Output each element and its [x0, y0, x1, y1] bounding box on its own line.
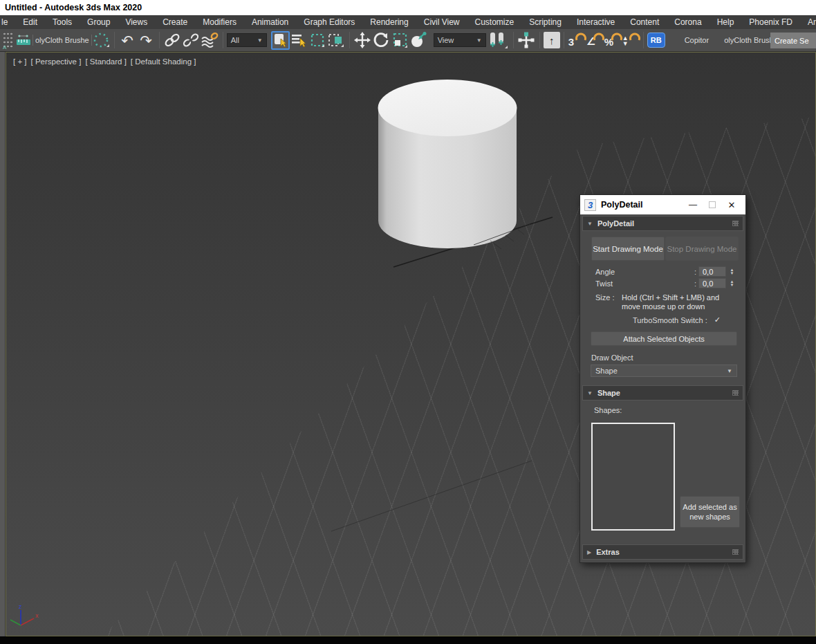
menu-item-interactive[interactable]: Interactive [569, 16, 622, 28]
menu-item-civil-view[interactable]: Civil View [416, 16, 467, 28]
window-titlebar: Untitled - Autodesk 3ds Max 2020 [0, 0, 816, 15]
menu-item-rendering[interactable]: Rendering [362, 16, 416, 28]
menu-item-arnold[interactable]: Arnold [800, 16, 816, 28]
toolbar-separator [564, 32, 564, 48]
menu-item-corona[interactable]: Corona [667, 16, 709, 28]
rollout-open-icon: ▼ [587, 221, 593, 227]
select-and-move-button[interactable] [353, 31, 372, 50]
viewport-menu-general[interactable]: [ + ] [13, 57, 27, 66]
select-and-scale-button[interactable] [391, 31, 409, 50]
twist-input[interactable]: 0,0 [698, 278, 726, 288]
polydetail-dialog-title: PolyDetail [601, 200, 683, 210]
viewport-menu-pov[interactable]: [ Perspective ] [31, 57, 82, 66]
start-drawing-mode-button[interactable]: Start Drawing Mode [591, 237, 665, 261]
measure-ruler-icon[interactable] [14, 31, 33, 50]
menu-item-content[interactable]: Content [622, 16, 667, 28]
attach-selected-objects-button[interactable]: Attach Selected Objects [591, 331, 737, 346]
selection-filter-dropdown[interactable]: All ▼ [227, 33, 267, 47]
stop-drawing-mode-button[interactable]: Stop Drawing Mode [665, 237, 739, 261]
dotted-circle-brush-icon[interactable] [92, 31, 111, 50]
menu-item-phoenix-fd[interactable]: Phoenix FD [741, 16, 800, 28]
angle-snap-toggle-button[interactable]: ∠ [586, 31, 604, 49]
undo-button[interactable]: ↶ [118, 31, 137, 50]
axis-x-label: x [35, 612, 39, 619]
toolbar-separator [513, 32, 514, 48]
rollout-header-shape[interactable]: ▼ Shape [582, 385, 743, 401]
reference-coordinate-system-dropdown[interactable]: View ▼ [434, 33, 486, 47]
dialog-close-button[interactable]: ✕ [722, 198, 741, 212]
menu-item-graph-editors[interactable]: Graph Editors [296, 16, 362, 28]
menu-item-animation[interactable]: Animation [244, 16, 296, 28]
use-pivot-point-center-button[interactable] [486, 31, 510, 50]
minimize-icon: — [689, 200, 697, 210]
copitor-button[interactable]: Copitor [682, 36, 712, 44]
spinner-snap-toggle-button[interactable]: ▲ ▼ [622, 31, 640, 49]
viewport-menu-style[interactable]: [ Standard ] [85, 57, 126, 66]
menu-item-tools[interactable]: Tools [45, 16, 80, 28]
rollout-menu-icon[interactable] [732, 549, 739, 555]
menu-item-group[interactable]: Group [80, 16, 118, 28]
window-title: Untitled - Autodesk 3ds Max 2020 [5, 3, 142, 12]
menu-item-file[interactable]: le [0, 16, 15, 28]
polydetail-dialog[interactable]: 3 PolyDetail — ✕ ▼ PolyDetail Start Draw… [579, 194, 746, 563]
magnet-icon [611, 31, 622, 41]
shapes-label: Shapes: [594, 406, 745, 414]
select-and-manipulate-button[interactable] [517, 31, 536, 50]
bottom-bar [0, 636, 816, 644]
dialog-maximize-button[interactable] [703, 198, 722, 212]
rectangular-selection-region-button[interactable] [308, 31, 327, 50]
create-selection-set-field[interactable]: Create Se [770, 33, 816, 48]
viewport-label: [ + ] [ Perspective ] [ Standard ] [ Def… [13, 57, 196, 66]
toolbar-grip[interactable]: A [3, 32, 12, 48]
rollout-header-extras[interactable]: ▶ Extras [582, 544, 743, 560]
main-toolbar: A olyCloth Brushe ↶ ↷ [0, 29, 816, 52]
menu-item-scripting[interactable]: Scripting [521, 16, 569, 28]
rollout-menu-icon[interactable] [732, 221, 739, 226]
dropdown-arrow-icon: ▼ [476, 37, 482, 44]
rollout-header-polydetail[interactable]: ▼ PolyDetail [582, 216, 743, 231]
left-dock-strip[interactable] [0, 52, 6, 636]
shapes-listbox[interactable] [591, 423, 675, 531]
unlink-selection-icon[interactable] [182, 31, 201, 50]
menu-item-help[interactable]: Help [710, 16, 742, 28]
spinner-down-icon: ▼ [728, 272, 736, 275]
twist-spinner[interactable]: ▲ ▼ [728, 280, 736, 287]
turbosmooth-row: TurboSmooth Switch : ✓ [580, 315, 721, 324]
menu-item-create[interactable]: Create [155, 16, 195, 28]
polydetail-dialog-titlebar[interactable]: 3 PolyDetail — ✕ [580, 195, 745, 214]
select-and-link-icon[interactable] [163, 31, 182, 50]
snap-toggle-3d-button[interactable]: 3 [568, 31, 586, 49]
menu-item-views[interactable]: Views [118, 16, 155, 28]
dropdown-arrow-icon: ▼ [257, 37, 263, 44]
size-label: Size : [595, 293, 622, 311]
polycloth-brushes-button-left[interactable]: olyCloth Brushe [33, 35, 92, 46]
menu-item-modifiers[interactable]: Modifiers [195, 16, 244, 28]
railclone-rb-button[interactable]: RB [647, 33, 665, 48]
dialog-minimize-button[interactable]: — [683, 198, 703, 212]
select-and-place-button[interactable] [409, 31, 428, 50]
keyboard-shortcut-override-toggle[interactable]: ↑ [544, 32, 560, 48]
window-crossing-toggle-button[interactable] [327, 31, 346, 50]
bind-to-space-warp-icon[interactable] [201, 31, 219, 50]
percent-snap-toggle-button[interactable]: % [604, 31, 622, 49]
draw-object-label: Draw Object [591, 353, 745, 362]
turbosmooth-checkbox[interactable]: ✓ [714, 315, 721, 324]
select-object-button[interactable] [271, 31, 290, 50]
select-and-rotate-button[interactable] [372, 31, 391, 50]
rollout-menu-icon[interactable] [732, 390, 739, 396]
twist-row: Twist : 0,0 ▲ ▼ [595, 278, 736, 288]
angle-spinner[interactable]: ▲ ▼ [728, 268, 736, 275]
draw-object-dropdown[interactable]: Shape ▼ [591, 365, 737, 377]
cylinder-object[interactable] [378, 80, 531, 249]
select-by-name-button[interactable] [290, 31, 308, 50]
angle-input[interactable]: 0,0 [698, 266, 726, 277]
toolbar-separator [159, 32, 160, 48]
viewport-menu-shading[interactable]: [ Default Shading ] [131, 57, 196, 66]
menu-item-edit[interactable]: Edit [15, 16, 45, 28]
up-arrow-icon: ↑ [549, 35, 555, 46]
redo-button[interactable]: ↷ [137, 31, 156, 50]
3dsmax-logo-icon: 3 [584, 199, 596, 211]
add-selected-as-new-shapes-button[interactable]: Add selected as new shapes [680, 496, 740, 528]
dropdown-arrow-icon: ▼ [727, 368, 732, 374]
menu-item-customize[interactable]: Customize [467, 16, 522, 28]
